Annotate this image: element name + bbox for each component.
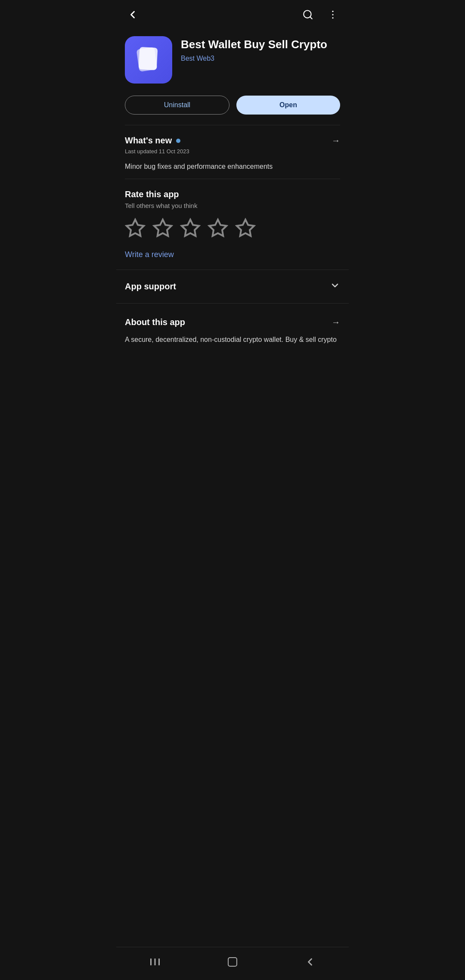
top-bar-right	[301, 7, 340, 22]
star-1-button[interactable]	[125, 218, 146, 240]
whats-new-arrow-icon: →	[332, 136, 340, 146]
svg-rect-12	[150, 958, 152, 965]
search-button[interactable]	[301, 7, 315, 22]
top-bar-left	[125, 7, 140, 22]
svg-marker-10	[209, 220, 226, 236]
more-vertical-icon	[327, 9, 338, 20]
rate-app-subtitle: Tell others what you think	[125, 202, 340, 209]
whats-new-section: What's new → Last updated 11 Oct 2023 Mi…	[116, 125, 349, 179]
stars-row	[125, 218, 340, 240]
system-back-button[interactable]	[294, 952, 326, 971]
whats-new-title: What's new	[125, 136, 172, 146]
svg-rect-13	[155, 958, 156, 965]
action-buttons: Uninstall Open	[116, 92, 349, 125]
star-3-button[interactable]	[180, 218, 201, 240]
star-5-icon	[235, 218, 256, 239]
about-app-title: About this app	[125, 317, 185, 327]
rate-app-section: Rate this app Tell others what you think	[116, 179, 349, 266]
app-icon	[125, 36, 172, 84]
system-back-icon	[304, 956, 316, 968]
whats-new-header[interactable]: What's new →	[125, 136, 340, 146]
star-4-button[interactable]	[208, 218, 228, 240]
svg-point-2	[332, 11, 333, 12]
top-navigation-bar	[116, 0, 349, 29]
svg-rect-14	[158, 958, 160, 965]
search-icon	[302, 9, 313, 20]
app-logo-svg	[133, 44, 165, 76]
chevron-down-icon	[330, 280, 340, 293]
home-button[interactable]	[216, 952, 249, 971]
app-title: Best Wallet Buy Sell Crypto	[181, 38, 340, 51]
svg-marker-7	[127, 220, 144, 236]
back-icon	[127, 9, 139, 21]
star-1-icon	[125, 218, 146, 239]
svg-point-4	[332, 17, 333, 19]
star-2-icon	[152, 218, 173, 239]
app-info: Best Wallet Buy Sell Crypto Best Web3	[181, 36, 340, 62]
new-indicator-dot	[176, 139, 180, 143]
home-icon	[226, 956, 239, 968]
recent-apps-icon	[149, 957, 161, 967]
about-app-section: About this app → A secure, decentralized…	[116, 307, 349, 352]
back-button[interactable]	[125, 7, 140, 22]
whats-new-title-row: What's new	[125, 136, 180, 146]
app-support-title: App support	[125, 282, 176, 292]
bottom-navigation-bar	[116, 947, 349, 980]
open-button[interactable]: Open	[236, 96, 340, 115]
chevron-icon-svg	[330, 280, 340, 291]
about-app-content: A secure, decentralized, non-custodial c…	[125, 334, 340, 345]
app-developer: Best Web3	[181, 55, 340, 62]
svg-rect-6	[138, 47, 158, 70]
recent-apps-button[interactable]	[139, 953, 171, 971]
about-app-arrow-icon: →	[332, 317, 340, 327]
star-3-icon	[180, 218, 201, 239]
uninstall-button[interactable]: Uninstall	[125, 96, 229, 115]
last-updated-text: Last updated 11 Oct 2023	[125, 148, 340, 155]
star-5-button[interactable]	[235, 218, 256, 240]
svg-line-1	[310, 17, 312, 19]
star-2-button[interactable]	[152, 218, 173, 240]
app-header: Best Wallet Buy Sell Crypto Best Web3	[116, 29, 349, 92]
star-4-icon	[208, 218, 228, 239]
write-review-button[interactable]: Write a review	[125, 250, 174, 259]
about-app-header[interactable]: About this app →	[125, 317, 340, 327]
svg-marker-8	[154, 220, 171, 236]
more-options-button[interactable]	[326, 7, 340, 22]
svg-marker-9	[182, 220, 199, 236]
whats-new-content: Minor bug fixes and performance enhancem…	[125, 161, 340, 172]
svg-marker-11	[237, 220, 254, 236]
app-support-section[interactable]: App support	[116, 270, 349, 304]
svg-rect-15	[228, 958, 237, 966]
svg-point-3	[332, 14, 333, 15]
rate-app-title: Rate this app	[125, 189, 340, 199]
